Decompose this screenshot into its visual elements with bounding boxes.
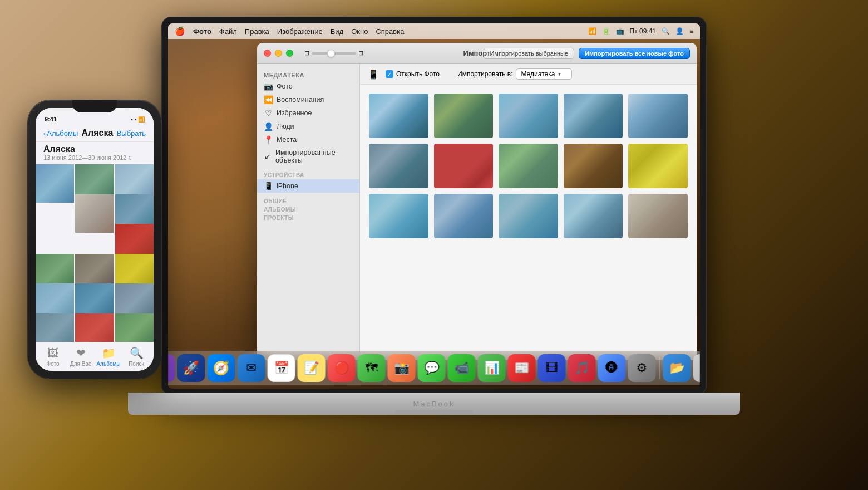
iphone-photo-18[interactable] bbox=[115, 313, 154, 342]
photo-thumb-4[interactable] bbox=[564, 94, 623, 138]
sidebar-item-imported[interactable]: ↙ Импортированные объекты bbox=[257, 146, 359, 166]
dock-maps[interactable]: 🗺 bbox=[358, 354, 386, 382]
photo-thumb-7[interactable] bbox=[434, 144, 494, 188]
dock-notes[interactable]: 📝 bbox=[298, 354, 326, 382]
dock-music[interactable]: 🎵 bbox=[568, 354, 596, 382]
tab-search-label: Поиск bbox=[129, 361, 144, 367]
import-selected-button[interactable]: Импортировать выбранные bbox=[484, 48, 574, 59]
macbook-notch bbox=[395, 410, 473, 415]
iphone-tab-search[interactable]: 🔍 Поиск bbox=[124, 346, 149, 367]
systemprefs-icon: ⚙ bbox=[637, 361, 648, 375]
iphone-nav-bar: ‹ Альбомы Аляска Выбрать bbox=[36, 125, 154, 142]
zoom-slider[interactable]: ⊟ ⊞ bbox=[304, 50, 363, 57]
photo-thumb-9[interactable] bbox=[564, 144, 623, 188]
sidebar-item-places[interactable]: 📍 Места bbox=[257, 133, 359, 146]
window-titlebar: ⊟ ⊞ Импорт Импортировать выбранные Импор… bbox=[257, 43, 697, 64]
tab-foryou-icon: ❤ bbox=[76, 346, 86, 360]
siri-icon: 🎤 bbox=[168, 360, 170, 376]
maximize-button[interactable] bbox=[286, 50, 293, 57]
dock-facetime[interactable]: 📹 bbox=[448, 354, 476, 382]
music-icon: 🎵 bbox=[574, 361, 589, 375]
sidebar-item-favorites[interactable]: ♡ Избранное bbox=[257, 106, 359, 120]
control-center-icon[interactable]: ≡ bbox=[689, 27, 693, 35]
photo-thumb-1[interactable] bbox=[369, 94, 428, 138]
menubar-window[interactable]: Окно bbox=[351, 27, 368, 36]
iphone-album-title: Аляска bbox=[43, 144, 146, 154]
import-all-button[interactable]: Импортировать все новые фото bbox=[579, 48, 690, 59]
dock-trash[interactable]: 🗑 bbox=[693, 354, 701, 382]
photo-thumb-5[interactable] bbox=[628, 94, 688, 138]
dock-reminders[interactable]: 🔴 bbox=[328, 354, 356, 382]
tab-photos-label: Фото bbox=[47, 361, 60, 367]
menubar-image[interactable]: Изображение bbox=[277, 27, 323, 36]
photo-thumb-13[interactable] bbox=[499, 194, 558, 238]
iphone-photo-16[interactable] bbox=[36, 313, 74, 342]
photo-thumb-12[interactable] bbox=[434, 194, 494, 238]
dock-messages[interactable]: 💬 bbox=[418, 354, 446, 382]
dock-appstore[interactable]: 🅐 bbox=[598, 354, 626, 382]
tab-albums-label: Альбомы bbox=[96, 361, 120, 367]
sidebar-iphone-label: iPhone bbox=[277, 182, 298, 190]
back-label: Альбомы bbox=[47, 129, 78, 138]
iphone-photo-grid bbox=[36, 164, 154, 342]
dock-numbers[interactable]: 📊 bbox=[478, 354, 506, 382]
reminders-icon: 🔴 bbox=[334, 361, 349, 375]
import-to-label: Импортировать в: bbox=[457, 70, 512, 78]
photo-thumb-2[interactable] bbox=[434, 94, 494, 138]
dock-photos[interactable]: 📸 bbox=[388, 354, 416, 382]
import-device-icon: 📱 bbox=[368, 69, 379, 80]
iphone-tab-photos[interactable]: 🖼 Фото bbox=[41, 347, 65, 367]
iphone-select-button[interactable]: Выбрать bbox=[117, 129, 146, 138]
photo-thumb-3[interactable] bbox=[499, 94, 558, 138]
menubar-edit[interactable]: Правка bbox=[245, 27, 269, 36]
import-to-dropdown[interactable]: Медиатека ▼ bbox=[516, 68, 572, 80]
minimize-button[interactable] bbox=[275, 50, 282, 57]
photo-thumb-6[interactable] bbox=[369, 144, 428, 188]
sidebar-item-memories[interactable]: ⏪ Воспоминания bbox=[257, 93, 359, 106]
calendar-icon: 📅 bbox=[274, 361, 289, 375]
search-icon[interactable]: 🔍 bbox=[662, 27, 670, 35]
dock-rocket[interactable]: 🚀 bbox=[177, 354, 205, 382]
tab-photos-icon: 🖼 bbox=[47, 347, 58, 360]
photo-thumb-8[interactable] bbox=[499, 144, 558, 188]
iphone-shell: 9:41 ▪ ▪ 📶 ‹ Альбомы Аляска Выбрать Аляс… bbox=[28, 100, 161, 379]
dock-mail[interactable]: ✉ bbox=[238, 354, 265, 382]
people-icon: 👤 bbox=[264, 122, 273, 131]
apple-menu[interactable]: 🍎 bbox=[175, 26, 185, 36]
menubar-photos[interactable]: Фото bbox=[193, 27, 211, 36]
devices-header: Устройства bbox=[257, 171, 359, 179]
menubar-file[interactable]: Файл bbox=[219, 27, 237, 36]
open-photos-checkbox[interactable]: ✓ bbox=[386, 70, 393, 78]
iphone-tab-foryou[interactable]: ❤ Для Вас bbox=[68, 346, 93, 367]
sidebar-item-iphone[interactable]: 📱 iPhone bbox=[257, 179, 359, 193]
import-to-section: Импортировать в: Медиатека ▼ bbox=[457, 68, 572, 80]
photo-thumb-11[interactable] bbox=[369, 194, 428, 238]
photos-icon: 📷 bbox=[264, 82, 273, 91]
messages-icon: 💬 bbox=[424, 361, 439, 375]
user-icon[interactable]: 👤 bbox=[675, 27, 684, 35]
close-button[interactable] bbox=[264, 50, 271, 57]
iphone-photo-17[interactable] bbox=[75, 313, 114, 342]
dock-news[interactable]: 📰 bbox=[508, 354, 536, 382]
dock-keynote[interactable]: 🎞 bbox=[538, 354, 566, 382]
macbook-base: MacBook bbox=[128, 393, 740, 415]
photo-thumb-10[interactable] bbox=[628, 144, 688, 188]
dock-calendar[interactable]: 📅 bbox=[268, 354, 295, 382]
dock-systemprefs[interactable]: ⚙ bbox=[628, 354, 656, 382]
menubar-help[interactable]: Справка bbox=[376, 27, 404, 36]
iphone-back-button[interactable]: ‹ Альбомы bbox=[43, 129, 78, 138]
appstore-icon: 🅐 bbox=[606, 361, 618, 375]
photo-thumb-15[interactable] bbox=[628, 194, 688, 238]
menubar-left: 🍎 Фото Файл Правка Изображение Вид Окно … bbox=[175, 26, 588, 36]
dock-siri[interactable]: 🎤 bbox=[168, 354, 175, 382]
iphone-time: 9:41 bbox=[45, 116, 57, 122]
iphone-tab-albums[interactable]: 📁 Альбомы bbox=[96, 346, 121, 367]
dock-safari[interactable]: 🧭 bbox=[208, 354, 235, 382]
sidebar-item-people[interactable]: 👤 Люди bbox=[257, 120, 359, 133]
photo-thumb-14[interactable] bbox=[564, 194, 623, 238]
dock-files[interactable]: 📂 bbox=[663, 354, 691, 382]
sidebar-item-photos[interactable]: 📷 Фото bbox=[257, 80, 359, 93]
iphone-screen: 9:41 ▪ ▪ 📶 ‹ Альбомы Аляска Выбрать Аляс… bbox=[36, 108, 154, 371]
iphone-notch bbox=[72, 100, 117, 112]
menubar-view[interactable]: Вид bbox=[331, 27, 344, 36]
